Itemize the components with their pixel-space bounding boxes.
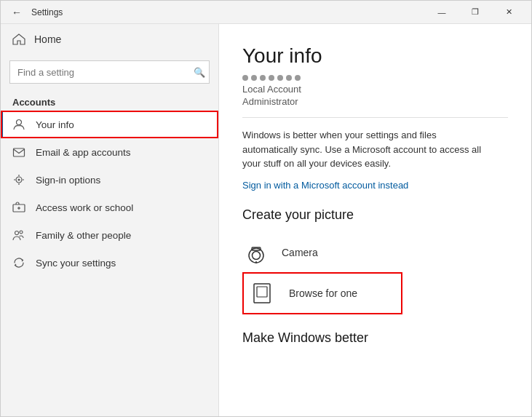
- create-picture-title: Create your picture: [242, 207, 508, 223]
- sidebar-item-your-info[interactable]: Your info: [1, 111, 218, 138]
- svg-point-8: [15, 231, 19, 235]
- family-label: Family & other people: [36, 230, 131, 241]
- dot-7: [295, 75, 301, 81]
- dot-3: [260, 75, 266, 81]
- search-container: 🔍: [1, 55, 218, 90]
- family-icon: [12, 229, 25, 242]
- email-icon: [12, 146, 25, 159]
- work-school-icon: [12, 201, 25, 214]
- your-info-icon: [12, 118, 25, 131]
- sidebar-item-home[interactable]: Home: [1, 24, 218, 55]
- close-button[interactable]: ✕: [492, 1, 525, 24]
- svg-point-9: [20, 231, 23, 234]
- dot-4: [269, 75, 274, 81]
- accounts-section-header: Accounts: [1, 90, 218, 111]
- camera-option[interactable]: Camera: [242, 233, 508, 272]
- account-role: Administrator: [242, 96, 508, 107]
- browse-label: Browse for one: [289, 287, 357, 299]
- dot-6: [286, 75, 292, 81]
- sidebar-item-email-app[interactable]: Email & app accounts: [1, 138, 218, 166]
- account-type: Local Account: [242, 84, 508, 95]
- search-icon[interactable]: 🔍: [194, 67, 205, 78]
- dot-2: [251, 75, 257, 81]
- minimize-button[interactable]: —: [425, 1, 458, 24]
- page-title: Your info: [242, 44, 508, 68]
- maximize-button[interactable]: ❐: [458, 1, 492, 24]
- titlebar: ← Settings — ❐ ✕: [1, 1, 531, 24]
- divider-1: [242, 117, 508, 118]
- window-content: Home 🔍 Accounts Your info: [1, 24, 531, 416]
- svg-rect-15: [257, 287, 267, 297]
- svg-point-4: [18, 179, 20, 181]
- email-app-label: Email & app accounts: [36, 147, 131, 158]
- your-info-label: Your info: [36, 119, 74, 130]
- sidebar-item-sync[interactable]: Sync your settings: [1, 249, 218, 277]
- sync-icon: [12, 256, 25, 269]
- home-label: Home: [34, 33, 61, 45]
- dot-5: [277, 75, 283, 81]
- back-button[interactable]: ←: [7, 2, 27, 23]
- sidebar: Home 🔍 Accounts Your info: [1, 24, 219, 416]
- main-content: Your info Local Account Administrator Wi…: [219, 24, 531, 416]
- make-windows-better-title: Make Windows better: [242, 330, 508, 346]
- window-controls: — ❐ ✕: [425, 1, 525, 24]
- ms-account-link[interactable]: Sign in with a Microsoft account instead: [242, 180, 408, 191]
- account-avatar-dots: [242, 75, 508, 81]
- sign-in-label: Sign-in options: [36, 175, 100, 186]
- sidebar-item-work-school[interactable]: Access work or school: [1, 194, 218, 221]
- sidebar-item-family[interactable]: Family & other people: [1, 221, 218, 249]
- browse-icon: [250, 279, 277, 307]
- svg-point-11: [253, 251, 261, 259]
- camera-icon: [242, 239, 270, 266]
- browse-option[interactable]: Browse for one: [242, 272, 402, 314]
- svg-point-0: [17, 120, 22, 125]
- account-info: Local Account Administrator: [242, 84, 508, 107]
- sidebar-item-sign-in[interactable]: Sign-in options: [1, 166, 218, 194]
- sign-in-icon: [12, 173, 25, 186]
- sync-message: Windows is better when your settings and…: [242, 128, 490, 171]
- camera-label: Camera: [282, 247, 318, 258]
- sync-label: Sync your settings: [36, 258, 116, 269]
- dot-1: [242, 75, 248, 81]
- search-input[interactable]: [9, 60, 210, 84]
- home-icon: [12, 33, 25, 46]
- settings-window: ← Settings — ❐ ✕ Home 🔍: [0, 0, 532, 417]
- svg-rect-2: [14, 148, 25, 156]
- work-school-label: Access work or school: [36, 202, 133, 213]
- window-title: Settings: [31, 7, 425, 17]
